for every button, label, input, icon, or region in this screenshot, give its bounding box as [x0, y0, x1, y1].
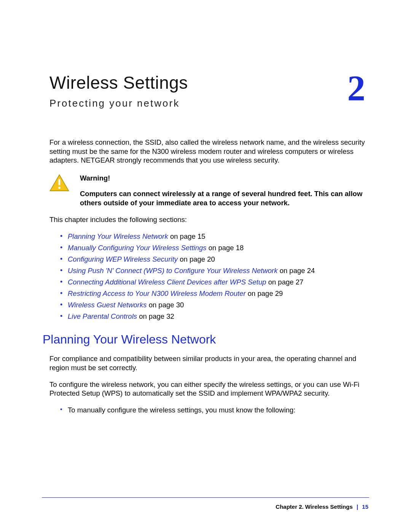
warning-block: Warning! Computers can connect wirelessl… [49, 174, 369, 208]
toc-link[interactable]: Planning Your Wireless Network [68, 232, 168, 240]
chapter-subtitle: Protecting your network [49, 97, 369, 109]
body: For a wireless connection, the SSID, als… [49, 138, 369, 415]
toc-suffix: on page 24 [278, 267, 315, 275]
chapter-title: Wireless Settings [49, 72, 369, 93]
toc-suffix: on page 18 [207, 244, 244, 252]
section-heading: Planning Your Wireless Network [43, 332, 369, 347]
warning-text: Warning! Computers can connect wirelessl… [80, 174, 369, 208]
toc-link[interactable]: Connecting Additional Wireless Client De… [68, 278, 266, 286]
toc-item: Planning Your Wireless Network on page 1… [60, 232, 369, 241]
chapter-number: 2 [347, 70, 366, 107]
toc-item: Configuring WEP Wireless Security on pag… [60, 255, 369, 264]
warning-icon [49, 174, 69, 193]
toc-suffix: on page 27 [266, 278, 304, 286]
footer: Chapter 2. Wireless Settings | 15 [276, 503, 368, 510]
toc-item: Manually Configuring Your Wireless Setti… [60, 243, 369, 252]
toc-link[interactable]: Using Push 'N' Connect (WPS) to Configur… [68, 267, 278, 275]
toc-link[interactable]: Manually Configuring Your Wireless Setti… [68, 244, 207, 252]
intro-paragraph: For a wireless connection, the SSID, als… [49, 138, 369, 165]
toc-link[interactable]: Restricting Access to Your N300 Wireless… [68, 289, 246, 297]
toc-item: Live Parental Controls on page 32 [60, 312, 369, 321]
footer-rule [42, 497, 369, 498]
page: 2 Wireless Settings Protecting your netw… [0, 0, 411, 532]
toc-suffix: on page 29 [246, 289, 283, 297]
footer-page: 15 [362, 503, 368, 510]
toc-suffix: on page 15 [168, 232, 206, 240]
toc-suffix: on page 30 [147, 301, 184, 309]
toc-suffix: on page 32 [137, 312, 174, 320]
bullet-list: To manually configure the wireless setti… [60, 406, 369, 415]
toc-item: Wireless Guest Networks on page 30 [60, 300, 369, 310]
toc-item: Connecting Additional Wireless Client De… [60, 278, 369, 287]
section-p1: For compliance and compatibility between… [49, 354, 369, 372]
footer-chapter: Chapter 2. Wireless Settings [276, 503, 352, 510]
toc-suffix: on page 20 [178, 255, 215, 263]
toc-list: Planning Your Wireless Network on page 1… [60, 232, 369, 321]
footer-separator: | [354, 503, 360, 510]
toc-link[interactable]: Live Parental Controls [68, 312, 137, 320]
toc-link[interactable]: Configuring WEP Wireless Security [68, 255, 178, 263]
toc-link[interactable]: Wireless Guest Networks [68, 301, 147, 309]
toc-item: Using Push 'N' Connect (WPS) to Configur… [60, 266, 369, 275]
svg-point-2 [58, 187, 61, 189]
toc-intro: This chapter includes the following sect… [49, 215, 369, 224]
bullet-item: To manually configure the wireless setti… [60, 406, 369, 415]
svg-rect-1 [59, 179, 61, 185]
toc-item: Restricting Access to Your N300 Wireless… [60, 289, 369, 298]
section-p2: To configure the wireless network, you c… [49, 380, 369, 398]
warning-body: Computers can connect wirelessly at a ra… [80, 189, 369, 208]
warning-label: Warning! [80, 174, 369, 182]
